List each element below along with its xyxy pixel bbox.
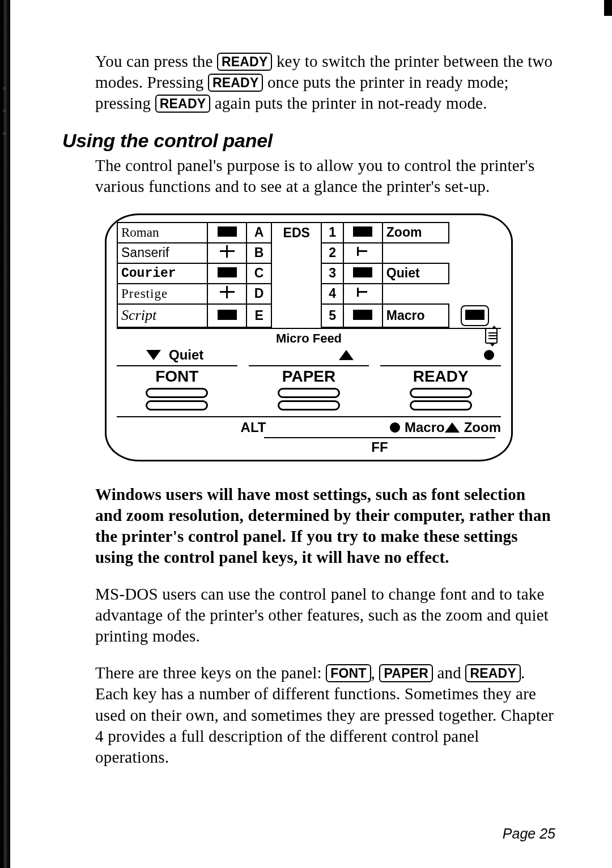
paragraph-three-keys: There are three keys on the panel: FONT,… — [95, 662, 555, 768]
led-on-icon — [218, 310, 237, 320]
keycap-ready: READY — [208, 74, 264, 92]
font-script: Script — [117, 304, 207, 327]
triangle-up-icon — [445, 422, 460, 433]
num: 2 — [321, 243, 343, 263]
micro-feed-label: Micro Feed — [276, 331, 342, 345]
paper-button-label: PAPER — [249, 365, 369, 386]
led-on-icon — [218, 226, 237, 237]
text: There are three keys on the panel: — [95, 664, 326, 682]
micro-feed-row: Micro Feed — [117, 328, 501, 347]
letter: D — [246, 284, 271, 304]
font-button-label: FONT — [117, 365, 237, 386]
num: 4 — [321, 284, 343, 304]
keycap-ready: READY — [155, 95, 211, 113]
text: again puts the printer in not-ready mode… — [215, 94, 487, 112]
letter: A — [254, 225, 264, 240]
text: , — [371, 664, 380, 682]
button-shape — [278, 400, 340, 411]
paragraph-ready-key: You can press the READY key to switch th… — [95, 51, 555, 114]
zoom-row-label: Zoom — [464, 420, 501, 435]
keycap-paper: PAPER — [379, 664, 433, 682]
num: 1 — [321, 223, 343, 243]
alt-row: ALT Macro Zoom — [117, 416, 501, 435]
button-shape — [146, 400, 208, 411]
button-shape — [278, 388, 340, 398]
letter: C — [246, 263, 271, 284]
button-row: FONT PAPER READY — [117, 365, 501, 413]
eds-label: EDS — [271, 223, 321, 243]
led-on-icon — [353, 267, 372, 277]
dot-icon — [484, 350, 494, 360]
led-off-icon — [220, 245, 235, 258]
led-on-icon — [353, 310, 372, 320]
button-shape — [410, 400, 472, 411]
letter: E — [246, 304, 271, 327]
quiet-row-label: Quiet — [169, 347, 203, 363]
led-half-icon — [357, 245, 368, 258]
paragraph-purpose: The control panel's purpose is to allow … — [95, 155, 555, 197]
led-half-icon — [357, 286, 368, 298]
num: 5 — [321, 304, 343, 327]
font-prestige: Prestige — [117, 284, 207, 304]
zoom-label: Zoom — [382, 223, 449, 243]
triangle-up-icon — [339, 350, 354, 360]
macro-label: Macro — [382, 304, 449, 327]
quiet-label: Quiet — [382, 263, 449, 284]
num: 3 — [321, 263, 343, 284]
scan-mark — [604, 0, 612, 16]
scan-binding-edge — [0, 0, 10, 868]
paragraph-windows-bold: Windows users will have most settings, s… — [95, 484, 555, 568]
heading-using-control-panel: Using the control panel — [62, 130, 555, 152]
macro-row-label: Macro — [405, 420, 445, 435]
keycap-font: FONT — [326, 664, 371, 682]
arrow-row: Quiet — [117, 347, 501, 364]
dot-icon — [390, 422, 400, 433]
font-roman: Roman — [117, 223, 207, 243]
letter: B — [246, 243, 271, 263]
macro-led-box — [461, 305, 489, 326]
indicator-grid: Roman A EDS 1 Zoom Sanserif B 2 Cour — [117, 222, 501, 328]
led-on-icon — [353, 226, 372, 237]
text: You can press the — [95, 52, 217, 70]
led-off-icon — [220, 286, 235, 298]
keycap-ready: READY — [465, 664, 521, 682]
ff-label: FF — [264, 437, 495, 455]
font-courier: Courier — [117, 263, 207, 284]
paragraph-msdos: MS-DOS users can use the control panel t… — [95, 584, 555, 647]
triangle-down-icon — [146, 350, 161, 360]
alt-label: ALT — [117, 420, 390, 435]
led-on-icon — [218, 267, 237, 277]
control-panel-diagram: Roman A EDS 1 Zoom Sanserif B 2 Cour — [105, 213, 513, 461]
page-number: Page 25 — [503, 826, 555, 842]
paper-feed-icon — [485, 328, 498, 344]
button-shape — [146, 388, 208, 398]
keycap-ready: READY — [217, 53, 273, 71]
font-sanserif: Sanserif — [117, 243, 207, 263]
text: and — [437, 664, 465, 682]
button-shape — [410, 388, 472, 398]
ready-button-label: READY — [380, 365, 501, 386]
